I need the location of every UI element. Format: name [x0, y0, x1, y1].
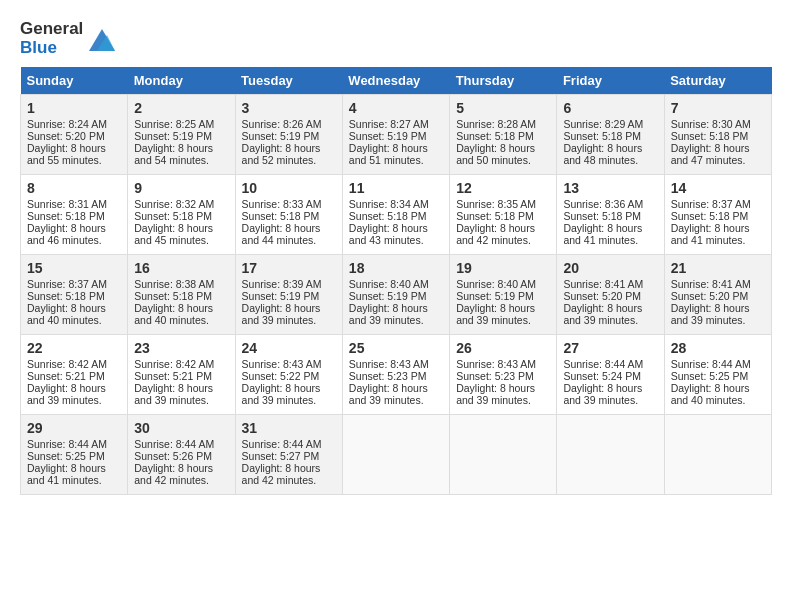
day-number: 9: [134, 180, 228, 196]
sunset-text: Sunset: 5:27 PM: [242, 450, 320, 462]
day-number: 25: [349, 340, 443, 356]
sunrise-text: Sunrise: 8:39 AM: [242, 278, 322, 290]
sunset-text: Sunset: 5:19 PM: [349, 290, 427, 302]
sunrise-text: Sunrise: 8:36 AM: [563, 198, 643, 210]
calendar-cell: [557, 415, 664, 495]
sunrise-text: Sunrise: 8:43 AM: [242, 358, 322, 370]
sunset-text: Sunset: 5:24 PM: [563, 370, 641, 382]
calendar-cell: [664, 415, 771, 495]
calendar-cell: 1Sunrise: 8:24 AMSunset: 5:20 PMDaylight…: [21, 95, 128, 175]
day-number: 23: [134, 340, 228, 356]
day-number: 3: [242, 100, 336, 116]
day-number: 11: [349, 180, 443, 196]
calendar-cell: 7Sunrise: 8:30 AMSunset: 5:18 PMDaylight…: [664, 95, 771, 175]
daylight-text: Daylight: 8 hours and 39 minutes.: [349, 302, 428, 326]
daylight-text: Daylight: 8 hours and 55 minutes.: [27, 142, 106, 166]
sunrise-text: Sunrise: 8:40 AM: [456, 278, 536, 290]
day-number: 6: [563, 100, 657, 116]
calendar-cell: 12Sunrise: 8:35 AMSunset: 5:18 PMDayligh…: [450, 175, 557, 255]
daylight-text: Daylight: 8 hours and 47 minutes.: [671, 142, 750, 166]
calendar-week-row: 22Sunrise: 8:42 AMSunset: 5:21 PMDayligh…: [21, 335, 772, 415]
day-number: 28: [671, 340, 765, 356]
day-header-friday: Friday: [557, 67, 664, 95]
calendar-cell: 24Sunrise: 8:43 AMSunset: 5:22 PMDayligh…: [235, 335, 342, 415]
sunset-text: Sunset: 5:18 PM: [27, 210, 105, 222]
logo-line1: General: [20, 20, 83, 39]
sunset-text: Sunset: 5:18 PM: [134, 290, 212, 302]
calendar-cell: 19Sunrise: 8:40 AMSunset: 5:19 PMDayligh…: [450, 255, 557, 335]
daylight-text: Daylight: 8 hours and 40 minutes.: [671, 382, 750, 406]
calendar-table: SundayMondayTuesdayWednesdayThursdayFrid…: [20, 67, 772, 495]
day-number: 26: [456, 340, 550, 356]
daylight-text: Daylight: 8 hours and 39 minutes.: [242, 302, 321, 326]
calendar-cell: 25Sunrise: 8:43 AMSunset: 5:23 PMDayligh…: [342, 335, 449, 415]
day-number: 17: [242, 260, 336, 276]
sunset-text: Sunset: 5:23 PM: [349, 370, 427, 382]
sunrise-text: Sunrise: 8:41 AM: [671, 278, 751, 290]
calendar-cell: 4Sunrise: 8:27 AMSunset: 5:19 PMDaylight…: [342, 95, 449, 175]
daylight-text: Daylight: 8 hours and 39 minutes.: [456, 382, 535, 406]
sunrise-text: Sunrise: 8:42 AM: [27, 358, 107, 370]
day-number: 18: [349, 260, 443, 276]
day-number: 1: [27, 100, 121, 116]
daylight-text: Daylight: 8 hours and 41 minutes.: [671, 222, 750, 246]
calendar-cell: 3Sunrise: 8:26 AMSunset: 5:19 PMDaylight…: [235, 95, 342, 175]
sunset-text: Sunset: 5:23 PM: [456, 370, 534, 382]
calendar-cell: 31Sunrise: 8:44 AMSunset: 5:27 PMDayligh…: [235, 415, 342, 495]
sunset-text: Sunset: 5:21 PM: [134, 370, 212, 382]
sunrise-text: Sunrise: 8:37 AM: [27, 278, 107, 290]
sunset-text: Sunset: 5:19 PM: [456, 290, 534, 302]
daylight-text: Daylight: 8 hours and 39 minutes.: [563, 382, 642, 406]
calendar-week-row: 8Sunrise: 8:31 AMSunset: 5:18 PMDaylight…: [21, 175, 772, 255]
logo-line2: Blue: [20, 39, 83, 58]
page-header: General Blue: [20, 20, 772, 57]
sunrise-text: Sunrise: 8:25 AM: [134, 118, 214, 130]
day-number: 20: [563, 260, 657, 276]
daylight-text: Daylight: 8 hours and 54 minutes.: [134, 142, 213, 166]
sunset-text: Sunset: 5:19 PM: [134, 130, 212, 142]
day-number: 14: [671, 180, 765, 196]
sunset-text: Sunset: 5:18 PM: [563, 130, 641, 142]
day-number: 13: [563, 180, 657, 196]
day-number: 24: [242, 340, 336, 356]
daylight-text: Daylight: 8 hours and 40 minutes.: [27, 302, 106, 326]
calendar-cell: 21Sunrise: 8:41 AMSunset: 5:20 PMDayligh…: [664, 255, 771, 335]
sunrise-text: Sunrise: 8:44 AM: [563, 358, 643, 370]
calendar-cell: 15Sunrise: 8:37 AMSunset: 5:18 PMDayligh…: [21, 255, 128, 335]
sunset-text: Sunset: 5:20 PM: [563, 290, 641, 302]
daylight-text: Daylight: 8 hours and 44 minutes.: [242, 222, 321, 246]
calendar-cell: 20Sunrise: 8:41 AMSunset: 5:20 PMDayligh…: [557, 255, 664, 335]
sunrise-text: Sunrise: 8:40 AM: [349, 278, 429, 290]
day-number: 7: [671, 100, 765, 116]
sunset-text: Sunset: 5:19 PM: [242, 130, 320, 142]
daylight-text: Daylight: 8 hours and 41 minutes.: [563, 222, 642, 246]
day-number: 27: [563, 340, 657, 356]
logo-text-block: General Blue: [20, 20, 117, 57]
sunrise-text: Sunrise: 8:44 AM: [671, 358, 751, 370]
daylight-text: Daylight: 8 hours and 43 minutes.: [349, 222, 428, 246]
daylight-text: Daylight: 8 hours and 39 minutes.: [563, 302, 642, 326]
daylight-text: Daylight: 8 hours and 39 minutes.: [27, 382, 106, 406]
sunset-text: Sunset: 5:25 PM: [27, 450, 105, 462]
day-header-saturday: Saturday: [664, 67, 771, 95]
sunrise-text: Sunrise: 8:30 AM: [671, 118, 751, 130]
day-number: 10: [242, 180, 336, 196]
daylight-text: Daylight: 8 hours and 46 minutes.: [27, 222, 106, 246]
calendar-week-row: 29Sunrise: 8:44 AMSunset: 5:25 PMDayligh…: [21, 415, 772, 495]
calendar-body: 1Sunrise: 8:24 AMSunset: 5:20 PMDaylight…: [21, 95, 772, 495]
sunset-text: Sunset: 5:26 PM: [134, 450, 212, 462]
day-number: 5: [456, 100, 550, 116]
calendar-cell: [450, 415, 557, 495]
sunrise-text: Sunrise: 8:27 AM: [349, 118, 429, 130]
calendar-cell: 30Sunrise: 8:44 AMSunset: 5:26 PMDayligh…: [128, 415, 235, 495]
daylight-text: Daylight: 8 hours and 39 minutes.: [242, 382, 321, 406]
calendar-cell: 23Sunrise: 8:42 AMSunset: 5:21 PMDayligh…: [128, 335, 235, 415]
daylight-text: Daylight: 8 hours and 41 minutes.: [27, 462, 106, 486]
daylight-text: Daylight: 8 hours and 45 minutes.: [134, 222, 213, 246]
sunrise-text: Sunrise: 8:26 AM: [242, 118, 322, 130]
calendar-cell: 29Sunrise: 8:44 AMSunset: 5:25 PMDayligh…: [21, 415, 128, 495]
daylight-text: Daylight: 8 hours and 50 minutes.: [456, 142, 535, 166]
daylight-text: Daylight: 8 hours and 39 minutes.: [134, 382, 213, 406]
day-number: 2: [134, 100, 228, 116]
day-number: 21: [671, 260, 765, 276]
